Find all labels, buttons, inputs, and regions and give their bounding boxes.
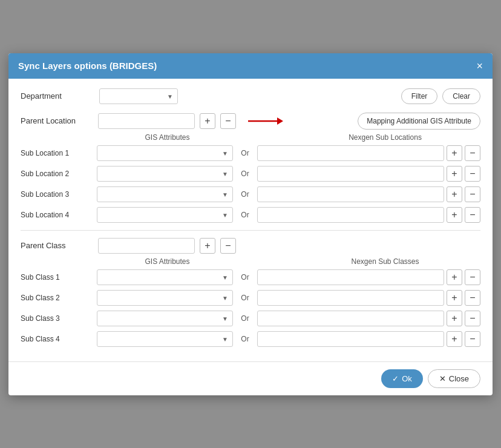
modal-title: Sync Layers options (BRIDGES) — [18, 61, 157, 71]
or-label-class-4: Or — [237, 335, 254, 343]
nexgen-subloc-1-remove-button[interactable]: − — [465, 145, 480, 161]
sub-class-3-row: Sub Class 3 ▼ Or + − — [21, 311, 480, 326]
sub-class-4-select-wrap: ▼ — [97, 331, 233, 347]
ok-label: Ok — [402, 374, 412, 383]
close-footer-label: Close — [449, 374, 469, 383]
sub-location-2-select-wrap: ▼ — [97, 166, 233, 182]
close-x-icon: ✕ — [439, 374, 446, 383]
or-label-2: Or — [237, 170, 254, 178]
filter-button[interactable]: Filter — [401, 88, 438, 104]
nexgen-subloc-1-wrap: + − — [257, 145, 480, 161]
nexgen-subclass-3-wrap: + − — [257, 311, 480, 326]
sub-location-2-label: Sub Location 2 — [21, 170, 93, 178]
or-label-class-3: Or — [237, 314, 254, 323]
nexgen-subclass-2-remove-button[interactable]: − — [465, 290, 480, 306]
sub-classes-section: GIS Attributes Nexgen Sub Classes Sub Cl… — [21, 257, 480, 347]
nexgen-subclass-3-add-button[interactable]: + — [447, 311, 462, 326]
nexgen-subclass-1-add-button[interactable]: + — [447, 269, 462, 285]
nexgen-subloc-2-add-button[interactable]: + — [447, 166, 462, 182]
nexgen-subloc-3-remove-button[interactable]: − — [465, 186, 480, 202]
parent-class-input[interactable] — [98, 238, 195, 254]
nexgen-subclass-4-input[interactable] — [257, 331, 444, 347]
sub-location-2-select[interactable] — [97, 166, 233, 182]
nexgen-subloc-3-wrap: + − — [257, 186, 480, 202]
nexgen-subloc-4-wrap: + − — [257, 207, 480, 223]
modal-body: Department ▼ Filter Clear Parent Locatio… — [8, 79, 493, 361]
nexgen-subclass-3-remove-button[interactable]: − — [465, 311, 480, 326]
sub-class-4-row: Sub Class 4 ▼ Or + − — [21, 331, 480, 347]
nexgen-subclass-1-input[interactable] — [257, 269, 444, 285]
gis-attributes-header: GIS Attributes — [99, 133, 235, 142]
parent-location-remove-button[interactable]: − — [220, 113, 236, 129]
nexgen-subclass-3-input[interactable] — [257, 311, 444, 326]
clear-button[interactable]: Clear — [442, 88, 480, 104]
sub-location-4-select[interactable] — [97, 207, 233, 223]
nexgen-subclass-4-wrap: + − — [257, 331, 480, 347]
sub-location-2-row: Sub Location 2 ▼ Or + − — [21, 166, 480, 182]
nexgen-subclass-2-wrap: + − — [257, 290, 480, 306]
modal-close-button[interactable]: × — [476, 61, 483, 71]
section-divider — [21, 230, 480, 231]
nexgen-sub-classes-header: Nexgen Sub Classes — [290, 257, 480, 266]
sub-location-3-row: Sub Location 3 ▼ Or + − — [21, 186, 480, 202]
nexgen-subclass-2-add-button[interactable]: + — [447, 290, 462, 306]
sub-class-4-label: Sub Class 4 — [21, 335, 93, 343]
sub-class-1-select[interactable] — [97, 269, 233, 285]
sub-location-4-row: Sub Location 4 ▼ Or + − — [21, 207, 480, 223]
sub-class-1-select-wrap: ▼ — [97, 269, 233, 285]
sub-class-4-select[interactable] — [97, 331, 233, 347]
department-row: Department ▼ Filter Clear — [21, 88, 480, 104]
close-footer-button[interactable]: ✕ Close — [428, 369, 480, 388]
nexgen-subloc-4-remove-button[interactable]: − — [465, 207, 480, 223]
gis-attributes-header-2: GIS Attributes — [99, 257, 235, 266]
nexgen-subclass-4-add-button[interactable]: + — [447, 331, 462, 347]
arrow-container — [247, 115, 283, 127]
nexgen-subloc-4-input[interactable] — [257, 207, 444, 223]
nexgen-sub-locations-header: Nexgen Sub Locations — [290, 133, 480, 142]
sub-location-1-select-wrap: ▼ — [97, 145, 233, 161]
or-label-class-2: Or — [237, 294, 254, 302]
ok-check-icon: ✓ — [392, 374, 399, 383]
sub-location-1-row: Sub Location 1 ▼ Or + − — [21, 145, 480, 161]
nexgen-subloc-4-add-button[interactable]: + — [447, 207, 462, 223]
parent-class-row: Parent Class + − — [21, 238, 480, 254]
department-select[interactable] — [99, 88, 178, 104]
sub-class-3-select[interactable] — [97, 311, 233, 326]
nexgen-subclass-2-input[interactable] — [257, 290, 444, 306]
or-label-3: Or — [237, 190, 254, 199]
nexgen-subloc-3-add-button[interactable]: + — [447, 186, 462, 202]
parent-location-label: Parent Location — [21, 116, 93, 125]
sync-layers-modal: Sync Layers options (BRIDGES) × Departme… — [8, 53, 493, 395]
sub-class-2-row: Sub Class 2 ▼ Or + − — [21, 290, 480, 306]
sub-location-4-select-wrap: ▼ — [97, 207, 233, 223]
nexgen-subloc-1-input[interactable] — [257, 145, 444, 161]
or-label-4: Or — [237, 211, 254, 219]
nexgen-subclass-1-wrap: + − — [257, 269, 480, 285]
nexgen-subloc-2-remove-button[interactable]: − — [465, 166, 480, 182]
sub-location-3-select[interactable] — [97, 186, 233, 202]
mapping-arrow-icon — [247, 115, 283, 127]
sub-location-3-select-wrap: ▼ — [97, 186, 233, 202]
nexgen-subloc-2-input[interactable] — [257, 166, 444, 182]
nexgen-subclass-1-remove-button[interactable]: − — [465, 269, 480, 285]
sub-class-1-row: Sub Class 1 ▼ Or + − — [21, 269, 480, 285]
sub-class-2-select[interactable] — [97, 290, 233, 306]
svg-marker-1 — [277, 117, 283, 125]
sub-locations-section: GIS Attributes Nexgen Sub Locations Sub … — [21, 133, 480, 223]
parent-location-add-button[interactable]: + — [200, 113, 215, 129]
mapping-additional-gis-button[interactable]: Mapping Additional GIS Attribute — [358, 113, 480, 130]
nexgen-subloc-1-add-button[interactable]: + — [447, 145, 462, 161]
sub-location-3-label: Sub Location 3 — [21, 190, 93, 199]
sub-location-1-select[interactable] — [97, 145, 233, 161]
nexgen-subclass-4-remove-button[interactable]: − — [465, 331, 480, 347]
modal-header: Sync Layers options (BRIDGES) × — [8, 53, 493, 79]
parent-class-remove-button[interactable]: − — [220, 238, 236, 254]
sub-location-4-label: Sub Location 4 — [21, 211, 93, 219]
parent-location-row: Parent Location + − Mapping Additional G… — [21, 113, 480, 130]
ok-button[interactable]: ✓ Ok — [381, 369, 423, 388]
sub-class-2-label: Sub Class 2 — [21, 294, 93, 302]
parent-location-input[interactable] — [98, 113, 195, 129]
sub-class-2-select-wrap: ▼ — [97, 290, 233, 306]
nexgen-subloc-3-input[interactable] — [257, 186, 444, 202]
parent-class-add-button[interactable]: + — [200, 238, 215, 254]
